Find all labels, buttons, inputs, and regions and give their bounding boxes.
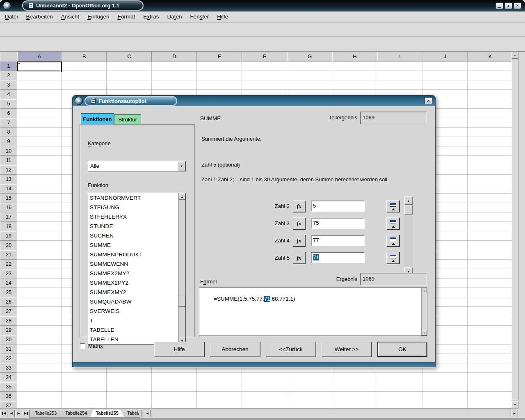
scroll-up-button[interactable]: ▲ — [511, 52, 518, 59]
previous-sheet-button[interactable]: ◀ — [8, 410, 15, 417]
row-header[interactable]: 6 — [0, 109, 17, 118]
row-header[interactable]: 26 — [0, 297, 17, 307]
row-header[interactable]: 32 — [0, 354, 17, 363]
next-sheet-button[interactable]: ▶ — [15, 410, 22, 417]
column-header[interactable]: F — [242, 52, 287, 62]
function-list-item[interactable]: STEIGUNG — [88, 203, 185, 212]
kategorie-dropdown-icon[interactable]: ▼ — [178, 161, 185, 171]
formula-scroll-up-button[interactable]: ▲ — [422, 288, 427, 293]
shrink-button[interactable] — [386, 217, 399, 229]
dialog-close-button[interactable]: × — [425, 97, 432, 104]
row-header[interactable]: 19 — [0, 231, 17, 241]
dialog-menu-button[interactable] — [75, 97, 83, 105]
dialog-button[interactable]: OK — [377, 342, 427, 357]
selected-cell[interactable] — [17, 62, 62, 71]
arg-scroll-up-button[interactable]: ▲ — [404, 196, 413, 205]
row-header[interactable]: 28 — [0, 316, 17, 326]
list-scroll-thumb[interactable] — [179, 296, 185, 307]
function-list-item[interactable]: STFEHLERYX — [88, 212, 185, 221]
scroll-down-button[interactable]: ▼ — [511, 401, 518, 408]
matrix-checkbox[interactable] — [80, 343, 85, 349]
row-header[interactable]: 36 — [0, 392, 17, 401]
sheet-tab[interactable]: Tabelle — [121, 410, 140, 418]
row-header[interactable]: 5 — [0, 99, 17, 109]
row-header[interactable]: 22 — [0, 260, 17, 269]
row-header[interactable]: 24 — [0, 278, 17, 288]
menu-item[interactable]: Fenster — [186, 11, 213, 22]
dialog-button[interactable]: Weiter >> — [322, 342, 372, 357]
dialog-button[interactable]: Abbrechen — [210, 342, 260, 357]
row-header[interactable]: 4 — [0, 90, 17, 99]
tab-scroll-divider[interactable] — [141, 410, 142, 417]
column-header[interactable]: K — [468, 52, 511, 62]
column-header[interactable]: I — [377, 52, 422, 62]
dialog-titlebar[interactable]: Funktionsautopilot × — [73, 96, 435, 106]
column-header[interactable]: J — [422, 52, 468, 62]
fx-button[interactable]: fx — [293, 252, 305, 264]
column-header[interactable]: G — [287, 52, 332, 62]
tab-funktionen[interactable]: Funktionen — [81, 113, 114, 125]
arg-scroll-thumb[interactable] — [404, 205, 413, 215]
row-header[interactable]: 2 — [0, 71, 17, 80]
close-button[interactable]: × — [514, 2, 521, 9]
list-scroll-up-button[interactable]: ▲ — [179, 193, 185, 200]
row-header[interactable]: 29 — [0, 326, 17, 335]
argument-input[interactable]: 75 — [311, 218, 365, 229]
function-list-item[interactable]: SUMMEX2MY2 — [88, 269, 185, 278]
menu-item[interactable]: Einfügen — [83, 11, 113, 22]
argument-input[interactable]: 71 — [311, 252, 365, 263]
horizontal-scroll-thumb[interactable] — [152, 410, 511, 417]
column-header[interactable]: E — [197, 52, 242, 62]
window-title-capsule[interactable]: Unbenannt2 - OpenOffice.org 1.1 — [22, 0, 144, 11]
row-header[interactable]: 23 — [0, 269, 17, 278]
vertical-scrollbar[interactable]: ▲ ▼ — [511, 52, 518, 408]
formula-scroll-down-button[interactable]: ▼ — [422, 330, 427, 336]
argument-input[interactable]: 77 — [311, 235, 365, 246]
row-header[interactable]: 16 — [0, 203, 17, 212]
shrink-button[interactable] — [386, 235, 399, 247]
fx-button[interactable]: fx — [293, 217, 305, 229]
function-listbox[interactable]: STANDNORMVERT STEIGUNG STFEHLERYX STUNDE… — [88, 193, 186, 345]
column-header[interactable]: C — [107, 52, 152, 62]
row-header[interactable]: 31 — [0, 345, 17, 354]
menu-item[interactable]: Bearbeiten — [22, 11, 57, 22]
function-list-item[interactable]: SUMQUADABW — [88, 297, 185, 306]
row-header[interactable]: 35 — [0, 382, 17, 392]
window-titlebar[interactable]: Unbenannt2 - OpenOffice.org 1.1 ▲ × — [0, 0, 525, 11]
menu-item[interactable]: Daten — [163, 11, 186, 22]
row-header[interactable]: 11 — [0, 156, 17, 165]
kategorie-combo[interactable]: Alle ▼ — [88, 161, 186, 171]
function-list-item[interactable]: SUMME — [88, 240, 185, 250]
row-header[interactable]: 37 — [0, 401, 17, 408]
tab-struktur[interactable]: Struktur — [114, 114, 141, 125]
row-header[interactable]: 9 — [0, 137, 17, 146]
function-list-item[interactable]: TABELLE — [88, 325, 185, 335]
dialog-button[interactable]: Hilfe — [154, 342, 204, 357]
row-header[interactable]: 1 — [0, 62, 17, 71]
row-header[interactable]: 14 — [0, 184, 17, 194]
menu-item[interactable]: Hilfe — [213, 11, 232, 22]
row-header[interactable]: 33 — [0, 363, 17, 373]
maximize-button[interactable]: ▲ — [504, 2, 512, 9]
row-header[interactable]: 18 — [0, 222, 17, 231]
select-all-corner[interactable] — [0, 52, 17, 62]
function-list-item[interactable]: T — [88, 316, 185, 325]
last-sheet-button[interactable]: ▶ — [23, 410, 30, 417]
hscroll-right-button[interactable]: ▶ — [511, 410, 518, 417]
row-header[interactable]: 20 — [0, 241, 17, 250]
fx-button[interactable]: fx — [293, 200, 305, 212]
row-header[interactable]: 15 — [0, 194, 17, 203]
row-header[interactable]: 10 — [0, 146, 17, 156]
row-header[interactable]: 25 — [0, 288, 17, 297]
row-header[interactable]: 30 — [0, 335, 17, 345]
row-header[interactable]: 8 — [0, 128, 17, 137]
function-list-item[interactable]: SUMMEX2PY2 — [88, 278, 185, 288]
menu-item[interactable]: Extras — [139, 11, 163, 22]
function-list-item[interactable]: SUMMEXMY2 — [88, 288, 185, 297]
row-header[interactable]: 27 — [0, 307, 17, 316]
dialog-title-capsule[interactable]: Funktionsautopilot — [84, 96, 177, 106]
column-header[interactable]: D — [152, 52, 197, 62]
horizontal-scrollbar[interactable]: ▶ — [152, 410, 518, 417]
shrink-button[interactable] — [386, 252, 399, 264]
sheet-tab[interactable]: Tabelle253 — [29, 410, 62, 418]
